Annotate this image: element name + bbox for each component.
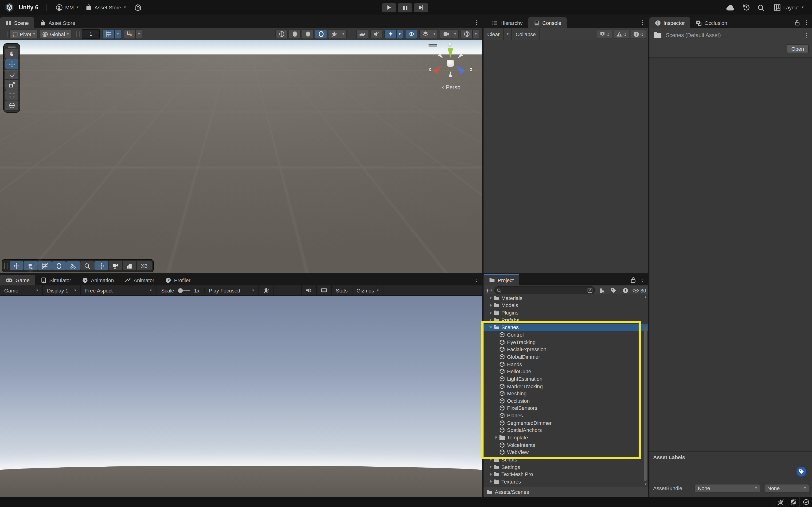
project-item-Hands[interactable]: Hands <box>484 360 648 368</box>
overlay-drag-handle[interactable] <box>5 45 18 48</box>
scene-camera-dropdown[interactable]: ▾ <box>473 29 479 39</box>
gizmos-dropdown[interactable]: Gizmos▾ <box>352 285 384 295</box>
expander-icon[interactable] <box>488 318 493 322</box>
axis-stub[interactable] <box>438 53 445 60</box>
project-item-Template[interactable]: Template <box>484 434 648 441</box>
expander-icon[interactable] <box>488 311 493 315</box>
search-icon[interactable] <box>758 4 765 11</box>
expander-icon[interactable] <box>488 457 493 462</box>
vsync-button[interactable] <box>316 285 332 295</box>
project-scrollbar[interactable]: ▲ ▼ <box>643 295 648 486</box>
axis-y-cone[interactable] <box>447 48 454 58</box>
tab-inspector[interactable]: Inspector <box>649 17 691 28</box>
project-item-Occlusion[interactable]: Occlusion <box>484 397 648 404</box>
project-item-Plugins[interactable]: Plugins <box>484 309 648 317</box>
project-item-Planes[interactable]: Planes <box>484 412 648 419</box>
aspect-ratio-dropdown[interactable]: Free Aspect▾ <box>81 285 156 295</box>
debug-draw-dropdown[interactable]: ▾ <box>340 29 347 39</box>
slider-track[interactable] <box>178 290 190 291</box>
layers-dropdown[interactable]: ▾ <box>432 29 438 39</box>
scale-slider[interactable]: Scale 1x <box>156 288 205 293</box>
assetbundle-dropdown[interactable]: None▾ <box>695 484 760 493</box>
project-item-EyeTracking[interactable]: EyeTracking <box>484 338 648 346</box>
rotate-tool-button[interactable] <box>5 69 18 79</box>
create-asset-button[interactable]: + ▾ <box>486 287 492 294</box>
tab-simulator[interactable]: Simulator <box>35 275 77 285</box>
camera-overlay-button[interactable] <box>109 261 122 270</box>
tab-hierarchy[interactable]: Hierarchy <box>486 17 528 28</box>
point-cloud-button[interactable] <box>66 261 80 270</box>
display-target-dropdown[interactable]: Game▾ <box>0 285 43 295</box>
overlay-drag-handle[interactable] <box>4 263 8 269</box>
clear-dropdown[interactable]: ▾ <box>504 28 512 40</box>
debug-button[interactable] <box>259 285 274 295</box>
show-errors-button[interactable] <box>621 286 630 294</box>
move-tool-button[interactable] <box>5 59 18 69</box>
clear-button[interactable]: Clear <box>484 28 504 40</box>
view-tool-button[interactable] <box>5 49 18 59</box>
panel-menu-icon[interactable]: ⋮ <box>474 19 478 26</box>
expander-icon[interactable] <box>488 325 493 330</box>
rect-tool-button[interactable] <box>5 90 18 100</box>
assetbundle-variant-dropdown[interactable]: None▾ <box>764 484 809 493</box>
transform-overlay-button[interactable] <box>94 261 108 270</box>
scroll-thumb[interactable] <box>644 326 647 481</box>
cloud-icon[interactable] <box>726 4 735 10</box>
grid-size-input[interactable] <box>82 29 100 39</box>
pause-button[interactable] <box>398 3 412 12</box>
expander-icon[interactable] <box>488 303 493 307</box>
effects-dropdown[interactable]: ▾ <box>397 29 403 39</box>
project-item-WebView[interactable]: WebView <box>484 449 648 456</box>
info-filter-button[interactable]: 0 <box>597 30 612 39</box>
effects-toggle-button[interactable] <box>385 29 397 39</box>
project-item-VoiceIntents[interactable]: VoiceIntents <box>484 441 648 449</box>
panel-menu-icon[interactable]: ⋮ <box>640 19 644 26</box>
expander-icon[interactable] <box>488 296 493 300</box>
cache-server-button[interactable] <box>786 497 799 507</box>
project-search[interactable] <box>494 286 595 294</box>
debugger-detach-button[interactable] <box>774 497 786 507</box>
open-in-window-icon[interactable] <box>588 288 593 293</box>
tab-occlusion[interactable]: Occlusion <box>691 17 733 28</box>
panel-menu-icon[interactable]: ⋮ <box>474 277 478 283</box>
toolbar-handle[interactable] <box>77 31 80 37</box>
snap-button[interactable] <box>124 29 136 39</box>
error-filter-button[interactable]: 0 <box>630 30 646 39</box>
scroll-down-icon[interactable]: ▼ <box>644 483 648 486</box>
tab-profiler[interactable]: Profiler <box>160 275 196 285</box>
step-button[interactable] <box>414 3 428 12</box>
tab-scene[interactable]: Scene <box>0 17 34 28</box>
add-label-button[interactable] <box>797 467 806 476</box>
hidden-count-button[interactable]: 30 <box>632 288 646 293</box>
project-item-TextMesh-Pro[interactable]: TextMesh Pro <box>484 471 648 478</box>
scale-tool-button[interactable] <box>5 80 18 90</box>
game-viewport[interactable] <box>0 296 482 497</box>
project-item-Textures[interactable]: Textures <box>484 478 648 485</box>
breadcrumb[interactable]: Assets/Scenes <box>484 487 648 497</box>
asset-menu-icon[interactable]: ⋮ <box>804 32 808 39</box>
scene-camera-settings-button[interactable] <box>460 29 473 39</box>
project-item-Control[interactable]: Control <box>484 331 648 338</box>
gizmo-center[interactable] <box>447 60 454 67</box>
project-item-Settings[interactable]: Settings <box>484 463 648 470</box>
project-item-HelloCube[interactable]: HelloCube <box>484 368 648 375</box>
grid-toggle-button[interactable] <box>38 261 52 270</box>
environment-overlay-button[interactable] <box>123 261 136 270</box>
axis-stub[interactable] <box>448 71 453 77</box>
axis-stub[interactable] <box>456 53 463 60</box>
asset-store-menu[interactable]: Asset Store ▾ <box>84 3 128 12</box>
tab-console[interactable]: Console <box>528 17 567 28</box>
layers-button[interactable] <box>419 29 432 39</box>
tab-asset-store[interactable]: Asset Store <box>34 17 81 28</box>
scene-viewport[interactable]: y x z ‹Persp <box>0 40 482 273</box>
transform-tool-button[interactable] <box>5 101 18 110</box>
project-item-FacialExpression[interactable]: FacialExpression <box>484 346 648 353</box>
axis-x-cone[interactable] <box>432 63 444 75</box>
grid-visibility-button[interactable]: Y <box>103 29 115 39</box>
grid-visibility-dropdown[interactable]: ▾ <box>115 29 121 39</box>
filter-by-label-button[interactable] <box>609 286 618 294</box>
view-options-button[interactable] <box>24 261 38 270</box>
mute-audio-button[interactable] <box>301 285 316 295</box>
project-item-Materials[interactable]: Materials <box>484 294 648 301</box>
axis-z-cone[interactable] <box>454 63 465 75</box>
